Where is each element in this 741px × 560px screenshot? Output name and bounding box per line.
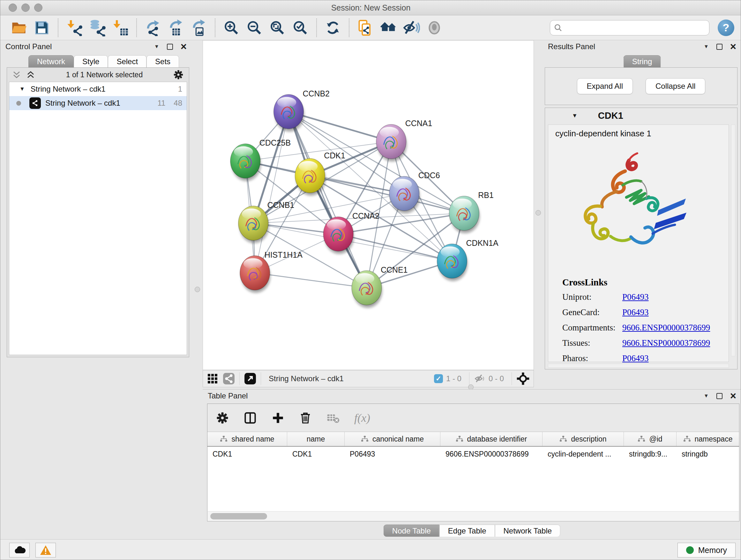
uniprot-link[interactable]: P06493 [622, 292, 649, 302]
export-network-button[interactable] [144, 18, 162, 38]
clone-network-button[interactable] [356, 18, 375, 38]
column-header-name[interactable]: name [287, 432, 345, 446]
expand-all-networks-icon[interactable] [12, 70, 22, 79]
column-header-database-identifier[interactable]: database identifier [441, 432, 542, 446]
network-edge[interactable] [338, 234, 452, 261]
table-options-gear-icon[interactable] [216, 411, 229, 425]
column-header-description[interactable]: description [542, 432, 624, 446]
export-image-button[interactable] [190, 18, 208, 38]
table-row[interactable]: CDK1 CDK1 P06493 9606.ENSP00000378699 cy… [207, 447, 739, 461]
network-list-panel: 1 of 1 Network selected ▼ String Network [7, 67, 189, 357]
tab-string[interactable]: String [623, 55, 661, 67]
toolbar-separator [316, 18, 317, 37]
hide-selected-button[interactable] [402, 18, 421, 38]
network-badge-gray-icon[interactable] [223, 373, 235, 385]
table-horizontal-scrollbar[interactable] [208, 511, 739, 521]
birdseye-crosshair-icon[interactable] [516, 372, 530, 385]
search-input[interactable] [565, 23, 705, 32]
close-panel-icon[interactable]: × [730, 393, 736, 399]
tab-node-table[interactable]: Node Table [384, 524, 440, 537]
network-node-RB1[interactable]: RB1 [449, 191, 494, 233]
network-edge[interactable] [288, 112, 391, 142]
node-label-CCNE1: CCNE1 [381, 265, 408, 274]
network-options-gear-icon[interactable] [173, 69, 184, 80]
create-column-plus-icon[interactable] [271, 411, 285, 425]
hidden-eye-slash-icon[interactable] [474, 373, 485, 384]
network-edge[interactable] [255, 273, 367, 288]
import-table-button[interactable] [111, 18, 130, 38]
save-session-button[interactable] [32, 18, 51, 38]
zoom-fit-button[interactable] [268, 18, 286, 38]
export-table-button[interactable] [166, 18, 185, 38]
tab-select[interactable]: Select [108, 55, 146, 67]
collapse-panel-icon[interactable]: ▼ [154, 44, 159, 50]
memory-button[interactable]: Memory [677, 543, 736, 557]
tree-expander-icon[interactable]: ▼ [19, 86, 25, 92]
delete-table-icon[interactable] [326, 411, 340, 425]
network-column-icon [559, 435, 567, 442]
network-edge[interactable] [288, 112, 367, 288]
delete-column-trash-icon[interactable] [299, 411, 312, 425]
warnings-button[interactable] [36, 543, 56, 557]
import-network-from-database-button[interactable] [88, 18, 107, 38]
tab-style[interactable]: Style [74, 55, 108, 67]
node-label-CDK1: CDK1 [324, 151, 345, 160]
network-node-CDC6[interactable]: CDC6 [389, 171, 440, 213]
network-canvas[interactable]: CCNB2 CCNA1 CDC25B CDK1 CDC6 [203, 40, 534, 370]
column-header-canonical-name[interactable]: canonical name [345, 432, 441, 446]
network-node-CCNB2[interactable]: CCNB2 [274, 89, 330, 132]
function-builder-button[interactable]: f(x) [354, 411, 370, 425]
apply-layout-button[interactable] [324, 18, 342, 38]
results-horizontal-scrollbar[interactable] [548, 364, 729, 368]
left-splitter-handle[interactable] [195, 287, 200, 292]
show-columns-icon[interactable] [243, 411, 257, 425]
collapse-all-button[interactable]: Collapse All [646, 78, 705, 94]
network-node-CDKN1A[interactable]: CDKN1A [437, 239, 498, 281]
expand-all-button[interactable]: Expand All [577, 78, 633, 94]
node-details-header[interactable]: ▼ CDK1 [545, 108, 737, 123]
pharos-link[interactable]: P06493 [622, 354, 649, 363]
zoom-in-button[interactable] [222, 18, 241, 38]
network-node-CDC25B[interactable]: CDC25B [230, 138, 291, 181]
tissues-link[interactable]: 9606.ENSP00000378699 [622, 338, 710, 348]
show-hidden-button[interactable] [425, 18, 444, 38]
collapse-node-details-icon[interactable]: ▼ [572, 112, 578, 119]
float-panel-icon[interactable] [167, 44, 173, 50]
close-panel-icon[interactable]: × [181, 44, 187, 50]
collapse-all-networks-icon[interactable] [26, 70, 36, 79]
import-network-button[interactable] [65, 18, 84, 38]
zoom-out-icon [246, 19, 263, 36]
float-panel-icon[interactable] [717, 393, 723, 399]
selected-nodes-checkbox[interactable]: ✓ [434, 374, 443, 383]
right-splitter-handle[interactable] [536, 210, 541, 215]
help-button[interactable]: ? [718, 19, 734, 36]
collapse-panel-icon[interactable]: ▼ [704, 393, 709, 399]
genecard-link[interactable]: P06493 [622, 307, 649, 317]
open-session-button[interactable] [10, 18, 28, 38]
network-node-CCNE1[interactable]: CCNE1 [352, 265, 408, 308]
column-header-shared-name[interactable]: shared name [207, 432, 287, 446]
compartments-link[interactable]: 9606.ENSP00000378699 [622, 323, 710, 333]
column-header-id[interactable]: @id [624, 432, 677, 446]
column-header-namespace[interactable]: namespace [677, 432, 739, 446]
show-all-networks-button[interactable] [379, 18, 398, 38]
zoom-out-button[interactable] [245, 18, 264, 38]
network-row[interactable]: String Network – cdk1 11 48 [9, 96, 187, 110]
grid-view-icon[interactable] [207, 373, 218, 384]
collapse-panel-icon[interactable]: ▼ [704, 44, 709, 50]
network-node-HIST1H1A[interactable]: HIST1H1A [240, 250, 302, 293]
results-vertical-scrollbar[interactable] [731, 125, 735, 356]
tab-sets[interactable]: Sets [146, 55, 179, 67]
zoom-selected-button[interactable] [291, 18, 310, 38]
tab-edge-table[interactable]: Edge Table [440, 524, 495, 537]
cloud-status-button[interactable] [9, 543, 30, 557]
tab-network-table[interactable]: Network Table [495, 524, 561, 537]
scrollbar-thumb[interactable] [210, 513, 267, 519]
tab-network[interactable]: Network [28, 55, 74, 67]
crosslink-row: Pharos: P06493 [562, 354, 729, 363]
close-panel-icon[interactable]: × [730, 44, 736, 50]
float-panel-icon[interactable] [717, 44, 723, 50]
network-edge[interactable] [255, 112, 289, 273]
network-collection-row[interactable]: ▼ String Network – cdk1 1 [9, 82, 187, 96]
detach-view-icon[interactable] [244, 373, 256, 385]
